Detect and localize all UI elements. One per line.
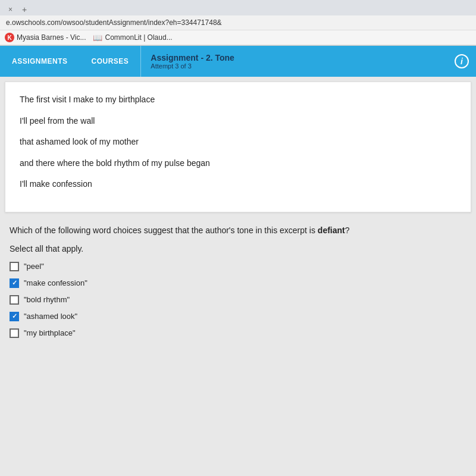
nav-courses[interactable]: COURSES bbox=[80, 46, 141, 77]
checkbox-list: "peel""make confession""bold rhythm""ash… bbox=[10, 262, 466, 338]
checkbox-label-0: "peel" bbox=[24, 262, 44, 271]
checkbox-box-1[interactable] bbox=[10, 278, 19, 288]
main-content: The first visit I make to my birthplace … bbox=[0, 82, 476, 345]
bookmark-2[interactable]: 📖 CommonLit | Olaud... bbox=[93, 33, 172, 42]
poem-line-4: and there where the bold rhythm of my pu… bbox=[20, 158, 456, 170]
checkbox-box-3[interactable] bbox=[10, 312, 19, 321]
bookmark-1-icon: K bbox=[5, 33, 14, 42]
assignment-info: Assignment - 2. Tone Attempt 3 of 3 bbox=[141, 53, 455, 70]
checkbox-box-2[interactable] bbox=[10, 295, 19, 305]
checkbox-item-1[interactable]: "make confession" bbox=[10, 278, 466, 288]
poem-line-3: that ashamed look of my mother bbox=[20, 136, 456, 148]
bookmark-2-label: CommonLit | Olaud... bbox=[105, 33, 172, 42]
checkbox-item-3[interactable]: "ashamed look" bbox=[10, 312, 466, 321]
checkbox-label-2: "bold rhythm" bbox=[24, 295, 70, 304]
question-section: Which of the following word choices sugg… bbox=[0, 217, 476, 345]
app-header: ASSIGNMENTS COURSES Assignment - 2. Tone… bbox=[0, 46, 476, 77]
checkbox-label-1: "make confession" bbox=[24, 278, 87, 287]
browser-chrome: × + e.owschools.com/owsoo/studentAssignm… bbox=[0, 0, 476, 46]
tab-close[interactable]: × bbox=[5, 4, 16, 15]
checkbox-item-4[interactable]: "my birthplace" bbox=[10, 328, 466, 338]
new-tab-button[interactable]: + bbox=[18, 4, 30, 15]
bookmark-2-icon: 📖 bbox=[93, 33, 102, 42]
poem-line-2: I'll peel from the wall bbox=[20, 115, 456, 127]
checkbox-item-2[interactable]: "bold rhythm" bbox=[10, 295, 466, 305]
poem-section: The first visit I make to my birthplace … bbox=[5, 82, 471, 212]
info-icon[interactable]: i bbox=[455, 54, 469, 68]
tab-bar: × + bbox=[0, 0, 476, 15]
nav-assignments[interactable]: ASSIGNMENTS bbox=[0, 46, 80, 77]
bookmarks-bar: K Myasia Barnes - Vic... 📖 CommonLit | O… bbox=[0, 30, 476, 45]
select-all-instruction: Select all that apply. bbox=[10, 244, 466, 253]
checkbox-box-4[interactable] bbox=[10, 328, 19, 338]
checkbox-item-0[interactable]: "peel" bbox=[10, 262, 466, 271]
assignment-attempt: Attempt 3 of 3 bbox=[151, 62, 445, 70]
checkbox-box-0[interactable] bbox=[10, 262, 19, 271]
url-text: e.owschools.com/owsoo/studentAssignment/… bbox=[6, 18, 222, 27]
poem-line-1: The first visit I make to my birthplace bbox=[20, 94, 456, 106]
bookmark-1[interactable]: K Myasia Barnes - Vic... bbox=[5, 33, 86, 42]
checkbox-label-3: "ashamed look" bbox=[24, 312, 77, 321]
question-text: Which of the following word choices sugg… bbox=[10, 224, 466, 237]
checkbox-label-4: "my birthplace" bbox=[24, 328, 76, 337]
address-bar[interactable]: e.owschools.com/owsoo/studentAssignment/… bbox=[0, 15, 476, 30]
assignment-title: Assignment - 2. Tone bbox=[151, 53, 445, 62]
poem-line-5: I'll make confession bbox=[20, 178, 456, 190]
bookmark-1-label: Myasia Barnes - Vic... bbox=[17, 33, 86, 42]
